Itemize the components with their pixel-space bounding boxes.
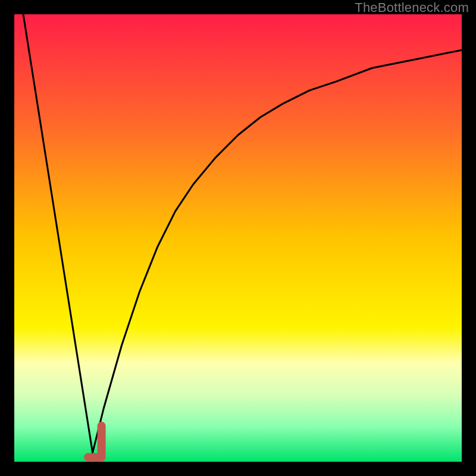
plot-area bbox=[14, 14, 462, 462]
watermark-text: TheBottleneck.com bbox=[355, 0, 469, 15]
chart-frame: TheBottleneck.com bbox=[0, 0, 476, 476]
gradient-background bbox=[14, 14, 462, 462]
chart-svg bbox=[14, 14, 462, 462]
